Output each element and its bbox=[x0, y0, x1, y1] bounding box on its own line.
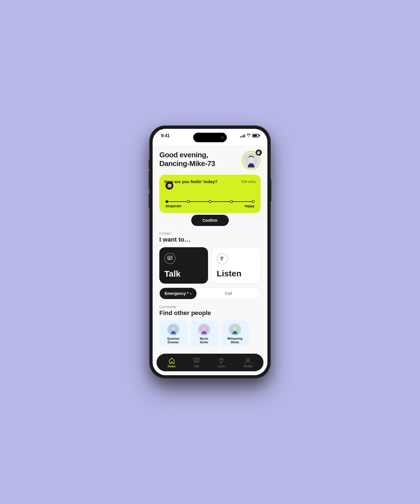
community-preview: QuantumDreamer MysticSurfer bbox=[159, 321, 261, 347]
mood-slider-container[interactable]: 😔 bbox=[164, 188, 256, 208]
avatar-svg bbox=[244, 153, 258, 167]
community-avatar-3 bbox=[229, 323, 241, 336]
contact-section: Contact I want to… bbox=[159, 232, 261, 299]
svg-point-4 bbox=[253, 158, 255, 160]
greeting-line1: Good evening, bbox=[159, 151, 215, 159]
greeting-container: Good evening, Dancing-Mike-73 bbox=[159, 151, 215, 168]
talk-label: Talk bbox=[164, 269, 181, 279]
community-card-3[interactable]: WhisperingWinds bbox=[221, 321, 249, 347]
svg-point-3 bbox=[248, 158, 249, 160]
slider-dots bbox=[165, 200, 255, 203]
home-icon bbox=[169, 358, 175, 364]
community-card-2[interactable]: MysticSurfer bbox=[190, 321, 218, 347]
listen-label: Listen bbox=[217, 269, 241, 278]
community-name-1: QuantumDreamer bbox=[162, 337, 185, 344]
settings-badge[interactable] bbox=[256, 150, 262, 156]
emergency-bar: Emergency * › Call bbox=[159, 288, 261, 299]
community-title: Find other people bbox=[159, 309, 261, 317]
avatar-container[interactable] bbox=[242, 151, 261, 170]
nav-item-listen[interactable]: Listen bbox=[213, 357, 230, 368]
ear-icon bbox=[220, 256, 225, 262]
wifi-icon bbox=[246, 133, 251, 138]
community-name-3: WhisperingWinds bbox=[223, 337, 247, 344]
settings-icon bbox=[257, 151, 260, 154]
slider-track[interactable] bbox=[165, 201, 255, 202]
community-label: Community bbox=[159, 305, 261, 309]
community-section: Community Find other people Qu bbox=[159, 305, 261, 347]
phone-screen: 9:41 bbox=[153, 129, 267, 375]
nav-item-talk[interactable]: Talk bbox=[189, 357, 204, 368]
contact-buttons: Talk Listen bbox=[159, 247, 261, 284]
svg-rect-6 bbox=[168, 256, 172, 260]
talk-icon bbox=[164, 253, 176, 264]
svg-point-5 bbox=[258, 152, 259, 153]
listen-button[interactable]: Listen bbox=[211, 247, 261, 284]
bottom-nav: Home Talk Listen bbox=[157, 354, 263, 371]
svg-rect-15 bbox=[194, 358, 199, 362]
svg-point-12 bbox=[202, 327, 206, 331]
nav-label-home: Home bbox=[168, 365, 176, 368]
emergency-label: Emergency * bbox=[165, 291, 188, 296]
talk-button[interactable]: Talk bbox=[159, 247, 208, 284]
camera-indicator bbox=[221, 136, 224, 139]
emergency-button[interactable]: Emergency * › bbox=[160, 288, 197, 299]
screen-content: Good evening, Dancing-Mike-73 bbox=[153, 145, 267, 375]
dynamic-island bbox=[193, 133, 227, 142]
confirm-section: Confirm bbox=[159, 215, 261, 226]
mood-labels: desperate happy bbox=[165, 204, 255, 208]
status-icons bbox=[240, 133, 259, 138]
mood-card: How are you feelin' today? Edit entry 😔 bbox=[159, 175, 261, 213]
confirm-button[interactable]: Confirm bbox=[191, 215, 229, 226]
listen-nav-icon bbox=[218, 358, 225, 364]
community-card-1[interactable]: QuantumDreamer bbox=[159, 321, 187, 347]
mood-card-header: How are you feelin' today? Edit entry bbox=[164, 179, 256, 184]
nav-label-listen: Listen bbox=[218, 365, 226, 368]
svg-point-18 bbox=[247, 358, 249, 361]
header-section: Good evening, Dancing-Mike-73 bbox=[159, 145, 261, 170]
chat-icon bbox=[167, 256, 173, 261]
profile-nav-icon bbox=[245, 358, 251, 364]
phone-device: 9:41 bbox=[150, 126, 270, 378]
phone-frame: 9:41 bbox=[150, 126, 270, 378]
svg-point-14 bbox=[233, 327, 237, 331]
nav-label-talk: Talk bbox=[194, 365, 199, 368]
nav-label-profile: Profile bbox=[244, 365, 252, 368]
battery-icon bbox=[252, 134, 259, 137]
signal-icon bbox=[240, 134, 245, 137]
call-button[interactable]: Call bbox=[197, 288, 261, 299]
talk-nav-icon bbox=[193, 358, 200, 364]
nav-item-home[interactable]: Home bbox=[163, 357, 180, 368]
emergency-arrow: › bbox=[190, 291, 192, 296]
community-name-2: MysticSurfer bbox=[192, 337, 216, 344]
mood-label-left: desperate bbox=[165, 204, 181, 208]
status-time: 9:41 bbox=[161, 133, 170, 138]
listen-icon bbox=[217, 253, 228, 264]
nav-item-profile[interactable]: Profile bbox=[239, 357, 257, 368]
edit-entry[interactable]: Edit entry bbox=[241, 180, 256, 184]
greeting-username: Dancing-Mike-73 bbox=[159, 159, 215, 168]
contact-title: I want to… bbox=[159, 236, 261, 243]
mood-label-right: happy bbox=[245, 204, 255, 208]
svg-point-10 bbox=[172, 327, 175, 331]
mood-emoji-indicator: 😔 bbox=[165, 182, 173, 190]
community-avatar-1 bbox=[167, 323, 179, 336]
community-avatar-2 bbox=[198, 323, 210, 336]
contact-label: Contact bbox=[159, 232, 261, 235]
svg-rect-2 bbox=[250, 162, 252, 163]
